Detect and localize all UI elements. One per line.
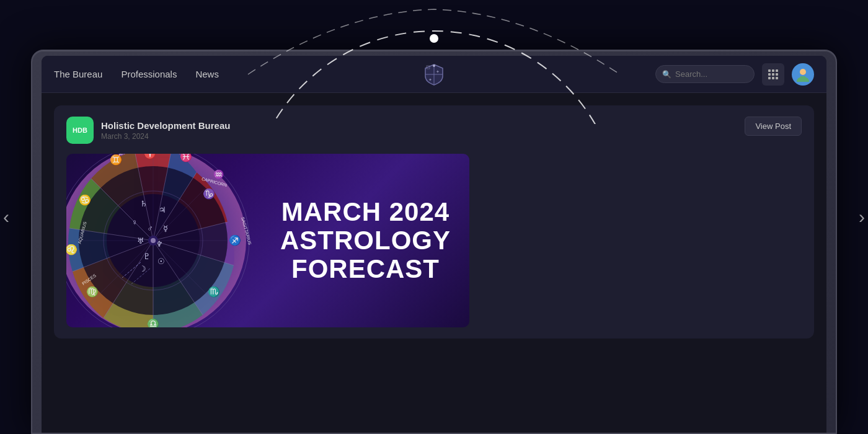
post-org-abbr: HDB (73, 126, 87, 134)
svg-text:♓: ♓ (180, 154, 192, 162)
screen-bezel: The Bureau Professionals News (42, 56, 826, 433)
svg-text:♂: ♂ (147, 224, 153, 233)
svg-text:♑: ♑ (203, 188, 215, 200)
astro-line3: FORECAST (291, 254, 440, 283)
svg-text:♌: ♌ (66, 244, 78, 255)
grid-dots-icon (768, 69, 778, 79)
scene: ‹ › The Bureau Professionals News (0, 0, 868, 434)
post-header: HDB Holistic Development Bureau March 3,… (66, 117, 802, 144)
user-avatar[interactable] (792, 63, 814, 86)
laptop-frame: The Bureau Professionals News (31, 50, 837, 434)
post-org-name: Holistic Development Bureau (101, 120, 230, 131)
navbar: The Bureau Professionals News (42, 56, 826, 93)
svg-text:☽: ☽ (139, 264, 146, 273)
svg-text:♃: ♃ (159, 205, 166, 215)
nav-item-professionals[interactable]: Professionals (121, 69, 177, 79)
logo-icon: ✦ ✦ (422, 63, 446, 86)
svg-text:♅: ♅ (137, 236, 144, 246)
main-content: HDB Holistic Development Bureau March 3,… (42, 93, 826, 433)
nav-left: The Bureau Professionals News (54, 69, 655, 79)
post-info: Holistic Development Bureau March 3, 202… (101, 120, 230, 141)
svg-text:♒: ♒ (213, 169, 224, 180)
svg-text:♏: ♏ (208, 286, 220, 298)
astro-line1: MARCH 2024 (281, 197, 450, 226)
svg-text:♈: ♈ (144, 154, 156, 159)
svg-text:✦: ✦ (428, 78, 432, 82)
astrology-image: ♑ ♐ ♏ ♎ ♍ ♌ ♋ ♊ ♈ ♓ ♒ (66, 154, 469, 327)
nav-logo[interactable]: ✦ ✦ (422, 62, 446, 87)
nav-item-bureau[interactable]: The Bureau (54, 69, 102, 79)
search-input[interactable] (675, 69, 745, 79)
nav-item-news[interactable]: News (195, 69, 219, 79)
post-date: March 3, 2024 (101, 132, 230, 141)
post-card: HDB Holistic Development Bureau March 3,… (54, 105, 814, 339)
svg-text:♋: ♋ (79, 194, 91, 206)
svg-text:♎: ♎ (147, 318, 159, 327)
astro-line2: ASTROLOGY (280, 226, 451, 255)
svg-point-7 (800, 69, 806, 75)
left-chevron: ‹ (3, 206, 9, 228)
svg-rect-8 (800, 76, 805, 79)
svg-point-56 (151, 238, 156, 243)
svg-text:♄: ♄ (140, 199, 148, 208)
nav-center-logo: ✦ ✦ (422, 62, 446, 87)
svg-text:♀: ♀ (131, 218, 138, 227)
nav-right: 🔍 (655, 63, 814, 86)
svg-text:♇: ♇ (143, 252, 151, 261)
grid-apps-button[interactable] (762, 63, 784, 86)
avatar-icon (794, 66, 812, 83)
astro-background: ♑ ♐ ♏ ♎ ♍ ♌ ♋ ♊ ♈ ♓ ♒ (66, 154, 469, 327)
zodiac-wheel: ♑ ♐ ♏ ♎ ♍ ♌ ♋ ♊ ♈ ♓ ♒ (66, 154, 252, 327)
svg-text:☉: ☉ (157, 257, 165, 266)
arc-dot (430, 34, 438, 43)
astro-title: MARCH 2024 ASTROLOGY FORECAST (280, 198, 451, 284)
svg-text:☿: ☿ (163, 224, 168, 233)
post-org-avatar: HDB (66, 117, 94, 144)
astro-title-text: MARCH 2024 ASTROLOGY FORECAST (280, 198, 451, 284)
view-post-button[interactable]: View Post (745, 117, 802, 136)
search-bar[interactable]: 🔍 (655, 65, 755, 83)
svg-text:✦: ✦ (436, 69, 440, 74)
svg-text:♍: ♍ (86, 286, 99, 298)
svg-point-3 (433, 64, 435, 67)
search-icon: 🔍 (662, 70, 671, 79)
svg-text:♐: ♐ (229, 234, 241, 246)
right-chevron: › (859, 206, 865, 228)
